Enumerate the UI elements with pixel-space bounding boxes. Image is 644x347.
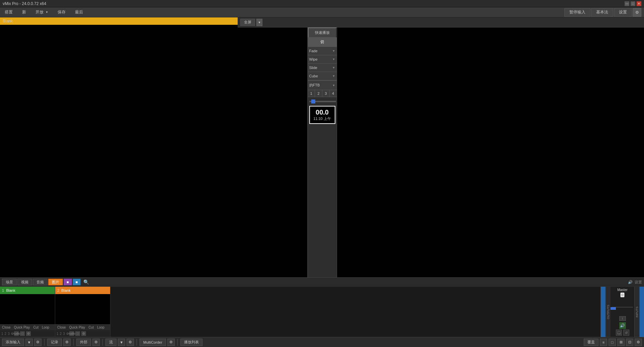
mixer-info-button[interactable]: i xyxy=(619,316,626,321)
bottom-bar: 添加输入 ▼ ⚙ 记录 ⚙ 外部 ⚙ 流 ▼ ⚙ MultiCorder ⚙ 播… xyxy=(0,337,644,347)
slide-button[interactable]: Slide ▼ xyxy=(308,64,337,72)
media-2-num-2: 2 xyxy=(60,332,62,336)
tab-scene[interactable]: 场景 xyxy=(2,279,17,285)
media-item-1-preview[interactable] xyxy=(0,294,55,324)
separator-1 xyxy=(44,339,45,346)
media-1-close-button[interactable]: Close xyxy=(1,326,11,329)
menu-new[interactable]: 新 xyxy=(17,7,31,17)
external-gear-icon[interactable]: ⚙ xyxy=(92,339,100,346)
media-1-gear-icon[interactable]: ⚙ xyxy=(26,331,31,336)
external-button[interactable]: 外部 xyxy=(76,339,91,346)
media-1-audio-button[interactable]: Audio xyxy=(14,331,19,336)
flow-arrow[interactable]: ▼ xyxy=(118,339,125,346)
tab-color1[interactable]: ■ xyxy=(64,279,72,285)
basic-method-button[interactable]: 基本法 xyxy=(591,8,613,17)
mixer-gear-icon[interactable]: ⚙ xyxy=(620,292,625,297)
mixer-fader-track xyxy=(612,307,633,307)
separator-5 xyxy=(177,339,178,346)
flow-gear-icon[interactable]: ⚙ xyxy=(127,339,134,346)
record-button[interactable]: 记录 xyxy=(47,339,62,346)
titlebar: vMix Pro - 24.0.0.72 x64 — □ ✕ xyxy=(0,0,644,7)
maximize-button[interactable]: □ xyxy=(631,1,635,6)
search-button[interactable]: 🔍 xyxy=(83,279,89,285)
overlay-button[interactable]: 覆盖 xyxy=(584,339,598,346)
media-item-2: 2 Blank Close Quick Play Cut Loop 1 2 xyxy=(55,287,110,337)
main-area: 全屏 ▼ Blank □ ⊡ ⚙ xyxy=(0,17,644,337)
outputs-label[interactable]: OUTPUTS xyxy=(606,287,611,337)
playlist-button[interactable]: 播放列表 xyxy=(180,339,203,346)
clock-time: 00.0 xyxy=(311,109,333,116)
media-1-cut-button[interactable]: Cut xyxy=(32,326,39,329)
ftb-arrow-icon: ▼ xyxy=(332,84,335,87)
menu-play[interactable]: 开放 xyxy=(31,7,53,17)
settings-button[interactable]: 设置 xyxy=(614,8,632,17)
media-item-2-preview[interactable] xyxy=(55,294,110,324)
pause-input-button[interactable]: 暂停输入 xyxy=(564,8,590,17)
add-input-button[interactable]: 添加输入 xyxy=(2,339,24,346)
media-2-close-button[interactable]: Close xyxy=(57,326,67,329)
multicorder-gear-icon[interactable]: ⚙ xyxy=(167,339,175,346)
flow-button[interactable]: 流 xyxy=(105,339,116,346)
media-1-loop-button[interactable]: Loop xyxy=(41,326,50,329)
multicorder-button[interactable]: MultiCorder xyxy=(140,339,166,346)
quick-play-button[interactable]: 快速播放 xyxy=(308,27,337,38)
transition-panel: 快速播放 切 Fade ▼ Wipe ▼ Slide ▼ xyxy=(308,17,337,277)
fullscreen-button[interactable]: 全屏 xyxy=(240,19,255,26)
mixer-headphone-icon[interactable]: 🎧 xyxy=(616,330,622,336)
menu-last[interactable]: 最后 xyxy=(70,7,88,17)
media-2-gear-icon[interactable]: ⚙ xyxy=(81,331,86,336)
trans-num-2[interactable]: 2 xyxy=(315,90,322,97)
menu-save[interactable]: 保存 xyxy=(53,7,70,17)
media-2-screen-icon[interactable]: □ xyxy=(75,331,80,336)
separator-4 xyxy=(137,339,137,346)
inputs-label[interactable]: INPUTS xyxy=(634,287,639,337)
wipe-button[interactable]: Wipe ▼ xyxy=(308,55,337,64)
record-gear-icon[interactable]: ⚙ xyxy=(63,339,71,346)
mixer-volume-button[interactable]: 🔊 xyxy=(619,322,626,329)
media-item-2-bottom: 1 2 3 4 Audio □ ⚙ xyxy=(55,330,110,337)
fade-button[interactable]: Fade ▼ xyxy=(308,47,337,55)
mixer-rotate-icon[interactable]: ↺ xyxy=(623,330,629,336)
trans-num-3[interactable]: 3 xyxy=(322,90,330,97)
media-item-1-name: Blank xyxy=(6,288,15,292)
media-item-1-bottom: 1 2 3 4 Audio □ ⚙ xyxy=(0,330,55,337)
add-input-gear-icon[interactable]: ⚙ xyxy=(34,339,42,346)
media-2-loop-button[interactable]: Loop xyxy=(96,326,105,329)
menu-setup[interactable]: 搭置 xyxy=(0,7,17,17)
ftb-button[interactable]: 的FTB ▼ xyxy=(308,80,337,90)
grid-view-icon[interactable]: ⊞ xyxy=(617,339,625,346)
fullscreen-dropdown[interactable]: ▼ xyxy=(256,19,262,26)
mixer-bottom-icons: 🎧 ↺ xyxy=(616,330,629,336)
transition-slider[interactable] xyxy=(309,101,336,102)
close-button[interactable]: ✕ xyxy=(637,1,641,6)
trans-num-1[interactable]: 1 xyxy=(308,90,315,97)
tab-audio[interactable]: 音频 xyxy=(33,279,48,285)
list-view-icon[interactable]: ≡ xyxy=(600,339,607,346)
add-input-arrow[interactable]: ▼ xyxy=(25,339,33,346)
cube-button[interactable]: Cube ▼ xyxy=(308,72,337,80)
mixer-right-bar xyxy=(639,287,644,337)
media-1-num-2: 2 xyxy=(5,332,7,336)
tab-video[interactable]: 视频 xyxy=(17,279,32,285)
media-1-quickplay-button[interactable]: Quick Play xyxy=(13,326,31,329)
tile-view-icon[interactable]: ⊡ xyxy=(626,339,633,346)
preview-title: Blank xyxy=(3,19,13,23)
media-item-1: 1 Blank Close Quick Play Cut Loop 1 2 xyxy=(0,287,55,337)
output-panel: Blank ⚙ xyxy=(337,17,644,277)
wipe-arrow-icon: ▼ xyxy=(332,58,335,61)
media-1-screen-icon[interactable]: □ xyxy=(20,331,25,336)
settings-gear-icon[interactable]: ⚙ xyxy=(633,8,641,17)
tab-color2[interactable]: ■ xyxy=(73,279,81,285)
bottom-settings-icon[interactable]: ⚙ xyxy=(635,339,642,346)
single-view-icon[interactable]: □ xyxy=(609,339,616,346)
app-wrapper: vMix Pro - 24.0.0.72 x64 — □ ✕ 搭置 新 开放 保… xyxy=(0,0,644,347)
mixer-fader-handle[interactable] xyxy=(611,307,616,310)
media-2-audio-button[interactable]: Audio xyxy=(69,331,74,336)
cut-button[interactable]: 切 xyxy=(308,38,337,47)
media-2-quickplay-button[interactable]: Quick Play xyxy=(69,326,86,329)
media-2-cut-button[interactable]: Cut xyxy=(88,326,94,329)
tab-image[interactable]: 图片 xyxy=(48,279,63,285)
volume-icon: 🔊 xyxy=(628,280,633,284)
minimize-button[interactable]: — xyxy=(625,1,629,6)
trans-num-4[interactable]: 4 xyxy=(330,90,337,97)
